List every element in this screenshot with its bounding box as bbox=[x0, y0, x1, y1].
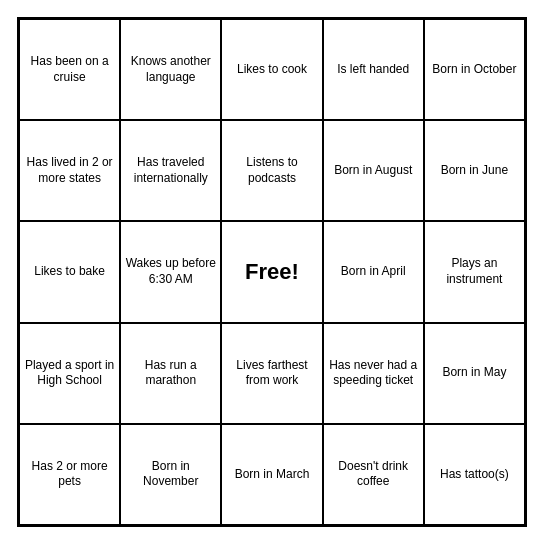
bingo-board: Has been on a cruiseKnows another langua… bbox=[17, 17, 527, 527]
bingo-cell-r1c2[interactable]: Listens to podcasts bbox=[221, 120, 322, 221]
bingo-cell-r4c2[interactable]: Born in March bbox=[221, 424, 322, 525]
bingo-cell-r3c4[interactable]: Born in May bbox=[424, 323, 525, 424]
bingo-cell-r3c3[interactable]: Has never had a speeding ticket bbox=[323, 323, 424, 424]
bingo-cell-r4c3[interactable]: Doesn't drink coffee bbox=[323, 424, 424, 525]
bingo-cell-r3c2[interactable]: Lives farthest from work bbox=[221, 323, 322, 424]
bingo-cell-r2c0[interactable]: Likes to bake bbox=[19, 221, 120, 322]
bingo-cell-r2c3[interactable]: Born in April bbox=[323, 221, 424, 322]
bingo-cell-r1c0[interactable]: Has lived in 2 or more states bbox=[19, 120, 120, 221]
bingo-cell-r4c1[interactable]: Born in November bbox=[120, 424, 221, 525]
bingo-cell-r1c4[interactable]: Born in June bbox=[424, 120, 525, 221]
bingo-cell-r2c1[interactable]: Wakes up before 6:30 AM bbox=[120, 221, 221, 322]
bingo-cell-r0c1[interactable]: Knows another language bbox=[120, 19, 221, 120]
bingo-cell-r0c4[interactable]: Born in October bbox=[424, 19, 525, 120]
bingo-cell-r3c0[interactable]: Played a sport in High School bbox=[19, 323, 120, 424]
bingo-cell-r4c0[interactable]: Has 2 or more pets bbox=[19, 424, 120, 525]
bingo-cell-r2c2[interactable]: Free! bbox=[221, 221, 322, 322]
bingo-cell-r1c1[interactable]: Has traveled internationally bbox=[120, 120, 221, 221]
bingo-cell-r0c0[interactable]: Has been on a cruise bbox=[19, 19, 120, 120]
bingo-cell-r1c3[interactable]: Born in August bbox=[323, 120, 424, 221]
bingo-cell-r0c2[interactable]: Likes to cook bbox=[221, 19, 322, 120]
bingo-cell-r4c4[interactable]: Has tattoo(s) bbox=[424, 424, 525, 525]
bingo-cell-r2c4[interactable]: Plays an instrument bbox=[424, 221, 525, 322]
bingo-cell-r3c1[interactable]: Has run a marathon bbox=[120, 323, 221, 424]
bingo-cell-r0c3[interactable]: Is left handed bbox=[323, 19, 424, 120]
